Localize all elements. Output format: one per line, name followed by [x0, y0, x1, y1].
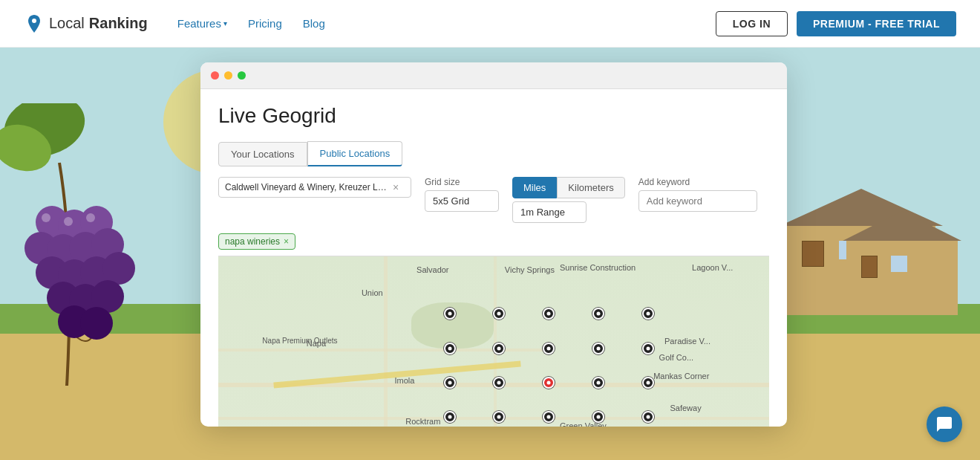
grid-dot-3-2: [543, 343, 555, 354]
grid-dot-1-1: [444, 308, 456, 320]
grapes-decoration: [0, 103, 163, 415]
svg-point-0: [32, 19, 36, 23]
grid-dot-1-3: [444, 377, 456, 389]
window-minimize-dot: [224, 71, 232, 80]
location-text: Caldwell Vineyard & Winery, Kreuzer Lane…: [225, 182, 388, 192]
nav-blog[interactable]: Blog: [303, 17, 325, 30]
grid-dots-container: [218, 256, 769, 427]
add-keyword-label: Add keyword: [638, 177, 757, 187]
grid-dot-2-3: [493, 377, 505, 389]
premium-button[interactable]: PREMIUM - FREE TRIAL: [797, 11, 956, 36]
svg-point-19: [42, 213, 50, 222]
background: Live Geogrid Your Locations Public Locat…: [0, 48, 980, 460]
svg-point-13: [102, 252, 135, 285]
window-maximize-dot: [238, 71, 246, 80]
keyword-input[interactable]: [638, 190, 757, 212]
login-button[interactable]: LOG IN: [716, 11, 788, 36]
browser-window: Live Geogrid Your Locations Public Locat…: [200, 62, 787, 427]
grid-dot-3-1: [543, 308, 555, 320]
grid-size-label: Grid size: [425, 177, 499, 187]
unit-range-control: Miles Kilometers: [512, 177, 625, 223]
nav-pricing[interactable]: Pricing: [248, 17, 282, 30]
grid-dot-4-3: [592, 377, 604, 389]
location-input-wrap[interactable]: Caldwell Vineyard & Winery, Kreuzer Lane…: [218, 177, 411, 198]
controls-row: Caldwell Vineyard & Winery, Kreuzer Lane…: [218, 177, 769, 223]
keyword-tag-remove[interactable]: ×: [284, 236, 289, 247]
svg-point-20: [64, 217, 73, 226]
nav-actions: LOG IN PREMIUM - FREE TRIAL: [716, 11, 956, 36]
logo-icon: [24, 13, 45, 34]
tab-your-locations[interactable]: Your Locations: [218, 142, 307, 166]
grid-dot-1-4: [444, 411, 456, 423]
grid-dot-1-2: [444, 343, 456, 354]
page-title: Live Geogrid: [218, 104, 769, 128]
grid-dot-2-4: [493, 411, 505, 423]
grid-size-input[interactable]: [425, 190, 499, 212]
grid-dot-4-2: [592, 343, 604, 354]
logo-text-ranking: Ranking: [89, 15, 148, 32]
grid-dot-5-1: [642, 308, 654, 320]
kilometers-button[interactable]: Kilometers: [557, 177, 624, 198]
grid-size-control: Grid size: [425, 177, 499, 212]
grid-dot-4-1: [592, 308, 604, 320]
house2-roof: [843, 211, 961, 241]
grid-dot-3-4: [543, 411, 555, 423]
logo[interactable]: LocalRanking: [24, 13, 148, 34]
miles-button[interactable]: Miles: [512, 177, 557, 198]
chat-widget-button[interactable]: [927, 406, 962, 442]
logo-text-local: Local: [49, 15, 85, 32]
grid-dot-5-2: [642, 343, 654, 354]
tab-public-locations[interactable]: Public Locations: [307, 141, 403, 166]
grid-dot-2-1: [493, 308, 505, 320]
grid-dot-5-3: [642, 377, 654, 389]
chat-icon: [935, 415, 953, 433]
location-control: Caldwell Vineyard & Winery, Kreuzer Lane…: [218, 177, 411, 198]
svg-point-18: [80, 307, 113, 340]
keyword-tag: napa wineries ×: [218, 233, 295, 250]
grid-dot-5-4: [642, 411, 654, 423]
chevron-down-icon: ▾: [223, 19, 227, 27]
house-decoration: [772, 166, 958, 315]
window-close-dot: [211, 71, 219, 80]
grid-dot-4-4: [592, 411, 604, 423]
browser-bar: [200, 62, 787, 89]
grid-dot-3-3-red: [543, 377, 555, 389]
navbar: LocalRanking Features ▾ Pricing Blog LOG…: [0, 0, 980, 48]
unit-toggle: Miles Kilometers: [512, 177, 625, 198]
map-area[interactable]: Salvador Vichy Springs Union Napa Imola …: [218, 256, 769, 427]
keyword-control: Add keyword: [638, 177, 757, 212]
keyword-tag-text: napa wineries: [225, 236, 280, 247]
svg-point-21: [86, 213, 95, 222]
range-input[interactable]: [512, 201, 587, 223]
house2-body: [846, 241, 958, 315]
location-tabs: Your Locations Public Locations: [218, 141, 769, 166]
nav-links: Features ▾ Pricing Blog: [177, 17, 716, 30]
grid-dot-2-2: [493, 343, 505, 354]
browser-content: Live Geogrid Your Locations Public Locat…: [200, 89, 787, 427]
location-clear-button[interactable]: ×: [393, 181, 399, 193]
nav-features[interactable]: Features ▾: [177, 17, 227, 30]
